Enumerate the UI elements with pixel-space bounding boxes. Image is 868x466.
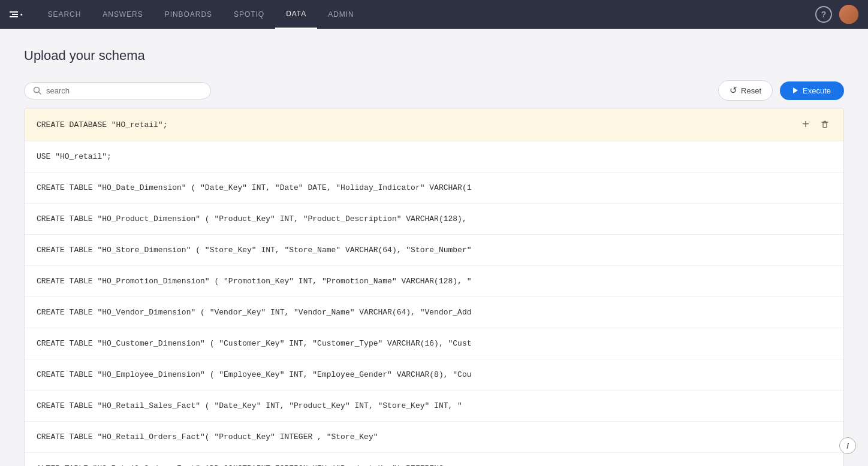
- execute-label: Execute: [803, 86, 831, 95]
- reset-icon: ↺: [730, 85, 737, 96]
- schema-list: CREATE DATABASE "HO_retail";+USE "HO_ret…: [24, 108, 844, 466]
- page-title: Upload your schema: [24, 48, 844, 63]
- svg-line-1: [39, 92, 41, 95]
- schema-item[interactable]: USE "HO_retail";: [25, 141, 843, 173]
- schema-item[interactable]: CREATE TABLE "HO_Retail_Sales_Fact" ( "D…: [25, 391, 843, 422]
- nav-links: SEARCHANSWERSPINBOARDSSPOTIQDATAADMIN: [37, 0, 815, 29]
- info-button[interactable]: i: [839, 437, 856, 454]
- schema-item[interactable]: CREATE TABLE "HO_Employee_Dimension" ( "…: [25, 359, 843, 391]
- nav-link-answers[interactable]: ANSWERS: [92, 0, 153, 29]
- nav-link-pinboards[interactable]: PINBOARDS: [154, 0, 223, 29]
- search-box[interactable]: [24, 82, 211, 99]
- schema-item-text: CREATE TABLE "HO_Promotion_Dimension" ( …: [37, 277, 831, 286]
- execute-button[interactable]: Execute: [780, 81, 844, 100]
- search-input[interactable]: [46, 86, 202, 95]
- delete-item-button[interactable]: [818, 118, 831, 131]
- top-navigation: • SEARCHANSWERSPINBOARDSSPOTIQDATAADMIN …: [0, 0, 868, 29]
- schema-item-text: CREATE TABLE "HO_Product_Dimension" ( "P…: [37, 214, 831, 223]
- schema-item[interactable]: CREATE TABLE "HO_Retail_Orders_Fact"( "P…: [25, 422, 843, 453]
- nav-link-spotiq[interactable]: SPOTIQ: [223, 0, 275, 29]
- nav-link-search[interactable]: SEARCH: [37, 0, 92, 29]
- schema-item-text: CREATE TABLE "HO_Employee_Dimension" ( "…: [37, 370, 831, 379]
- toolbar-right: ↺ Reset Execute: [718, 80, 844, 101]
- schema-item[interactable]: CREATE DATABASE "HO_retail";+: [25, 108, 843, 141]
- schema-item-actions: +: [799, 118, 831, 131]
- help-button[interactable]: ?: [815, 6, 832, 23]
- schema-item[interactable]: CREATE TABLE "HO_Promotion_Dimension" ( …: [25, 266, 843, 297]
- logo-mark: [10, 11, 18, 17]
- schema-item-text: CREATE TABLE "HO_Retail_Sales_Fact" ( "D…: [37, 401, 831, 410]
- logo-dot: •: [20, 11, 23, 18]
- schema-item[interactable]: ALTER TABLE "HO_Retail_Orders_Fact" ADD …: [25, 453, 843, 466]
- svg-rect-2: [823, 123, 827, 128]
- schema-item[interactable]: CREATE TABLE "HO_Customer_Dimension" ( "…: [25, 328, 843, 359]
- schema-item[interactable]: CREATE TABLE "HO_Date_Dimension" ( "Date…: [25, 173, 843, 204]
- schema-item[interactable]: CREATE TABLE "HO_Store_Dimension" ( "Sto…: [25, 235, 843, 266]
- nav-link-admin[interactable]: ADMIN: [317, 0, 364, 29]
- app-logo[interactable]: •: [10, 11, 23, 18]
- schema-item-text: USE "HO_retail";: [37, 152, 831, 161]
- reset-label: Reset: [741, 86, 761, 95]
- schema-item-text: CREATE TABLE "HO_Vendor_Dimension" ( "Ve…: [37, 308, 831, 317]
- play-icon: [793, 87, 798, 93]
- topnav-right: ?: [815, 5, 858, 24]
- schema-item[interactable]: CREATE TABLE "HO_Product_Dimension" ( "P…: [25, 204, 843, 235]
- user-avatar[interactable]: [839, 5, 858, 24]
- schema-item-text: CREATE TABLE "HO_Customer_Dimension" ( "…: [37, 339, 831, 348]
- schema-item-text: CREATE DATABASE "HO_retail";: [37, 120, 799, 129]
- search-icon: [33, 86, 41, 95]
- schema-item-text: CREATE TABLE "HO_Store_Dimension" ( "Sto…: [37, 246, 831, 255]
- reset-button[interactable]: ↺ Reset: [718, 80, 773, 101]
- toolbar: ↺ Reset Execute: [24, 80, 844, 101]
- schema-item-text: ALTER TABLE "HO_Retail_Orders_Fact" ADD …: [37, 464, 831, 467]
- nav-link-data[interactable]: DATA: [275, 0, 317, 29]
- info-icon: i: [846, 441, 849, 450]
- schema-item-text: CREATE TABLE "HO_Date_Dimension" ( "Date…: [37, 183, 831, 192]
- main-content: Upload your schema ↺ Reset Execute CREAT…: [0, 29, 868, 466]
- schema-item[interactable]: CREATE TABLE "HO_Vendor_Dimension" ( "Ve…: [25, 297, 843, 328]
- add-item-button[interactable]: +: [799, 118, 812, 131]
- schema-item-text: CREATE TABLE "HO_Retail_Orders_Fact"( "P…: [37, 432, 831, 441]
